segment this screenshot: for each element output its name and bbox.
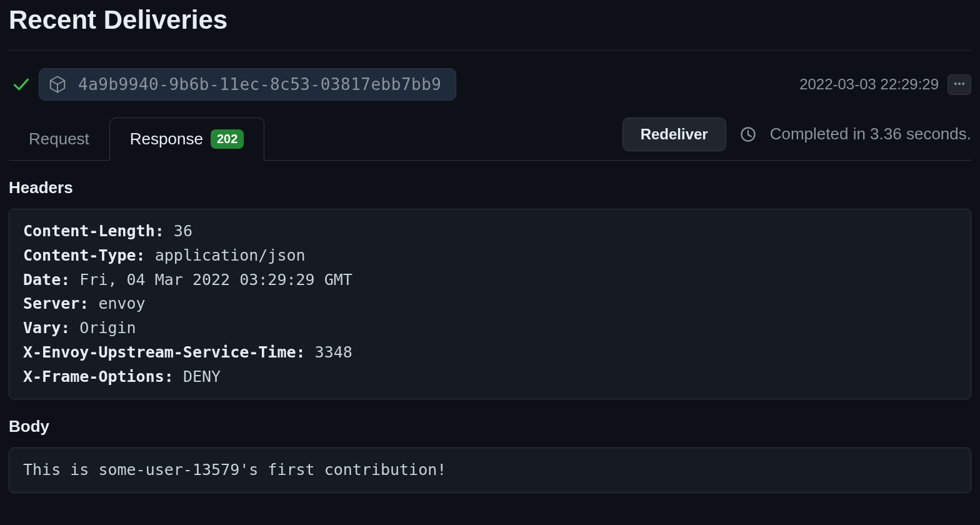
- header-line: X-Frame-Options: DENY: [23, 365, 957, 389]
- header-name: Content-Type:: [23, 246, 146, 264]
- kebab-icon: [953, 78, 966, 92]
- header-value: Fri, 04 Mar 2022 03:29:29 GMT: [70, 271, 352, 289]
- header-value: Origin: [70, 319, 136, 337]
- header-name: Date:: [23, 271, 70, 289]
- page-title: Recent Deliveries: [9, 5, 971, 51]
- tab-request-label: Request: [29, 129, 89, 149]
- header-value: envoy: [89, 294, 145, 312]
- tab-request[interactable]: Request: [9, 118, 109, 160]
- delivery-pill[interactable]: 4a9b9940-9b6b-11ec-8c53-03817ebb7bb9: [39, 68, 456, 101]
- clock-icon: [740, 126, 756, 142]
- redeliver-button[interactable]: Redeliver: [622, 118, 726, 151]
- svg-point-0: [954, 82, 957, 85]
- status-badge: 202: [211, 129, 244, 149]
- header-value: 36: [164, 222, 192, 240]
- tab-response[interactable]: Response 202: [109, 118, 264, 161]
- delivery-row: 4a9b9940-9b6b-11ec-8c53-03817ebb7bb9 202…: [9, 51, 971, 112]
- header-line: Vary: Origin: [23, 316, 957, 341]
- header-line: Content-Type: application/json: [23, 244, 957, 268]
- headers-heading: Headers: [9, 178, 971, 198]
- header-name: Content-Length:: [23, 222, 164, 240]
- header-value: 3348: [306, 343, 352, 361]
- header-value: application/json: [146, 246, 306, 264]
- body-block: This is some-user-13579's first contribu…: [9, 448, 971, 493]
- svg-point-2: [962, 82, 964, 85]
- header-line: X-Envoy-Upstream-Service-Time: 3348: [23, 341, 957, 365]
- delivery-menu-button[interactable]: [948, 74, 971, 95]
- svg-point-1: [958, 82, 961, 85]
- delivery-id: 4a9b9940-9b6b-11ec-8c53-03817ebb7bb9: [78, 75, 442, 94]
- headers-block: Content-Length: 36Content-Type: applicat…: [9, 209, 971, 399]
- header-name: X-Frame-Options:: [23, 368, 174, 386]
- header-line: Server: envoy: [23, 292, 957, 316]
- header-name: Server:: [23, 294, 89, 312]
- tabs-row: Request Response 202 Redeliver Completed…: [9, 117, 971, 161]
- package-icon: [48, 75, 67, 94]
- tab-response-label: Response: [130, 129, 203, 149]
- body-heading: Body: [9, 417, 971, 436]
- header-name: X-Envoy-Upstream-Service-Time:: [23, 343, 306, 361]
- delivery-timestamp: 2022-03-03 22:29:29: [799, 76, 939, 93]
- header-line: Date: Fri, 04 Mar 2022 03:29:29 GMT: [23, 268, 957, 292]
- header-value: DENY: [174, 368, 221, 386]
- header-name: Vary:: [23, 319, 70, 337]
- check-icon: [12, 76, 30, 93]
- header-line: Content-Length: 36: [23, 219, 957, 244]
- completed-text: Completed in 3.36 seconds.: [770, 124, 971, 144]
